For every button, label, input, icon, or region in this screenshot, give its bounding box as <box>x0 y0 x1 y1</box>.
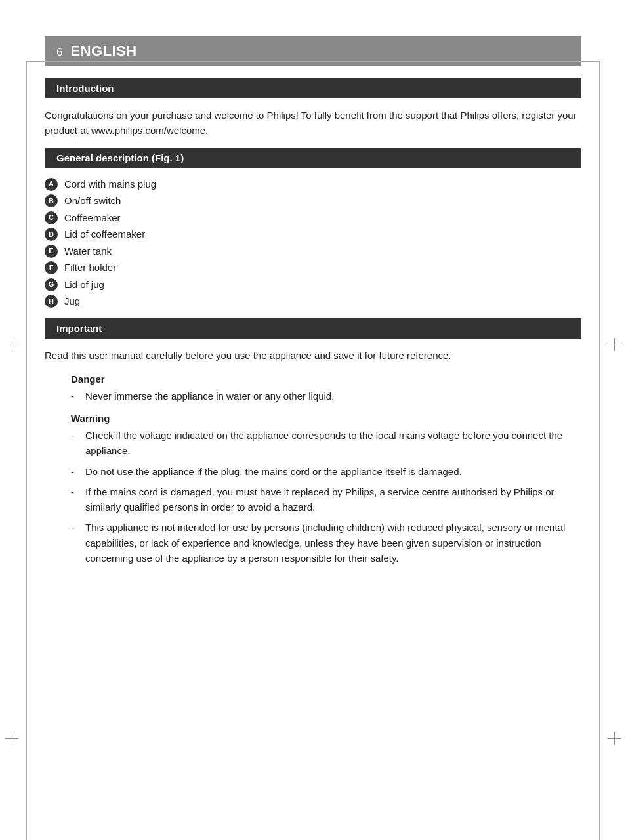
item-text: Do not use the appliance if the plug, th… <box>85 464 462 479</box>
dash: - <box>71 428 83 443</box>
list-item: -Never immerse the appliance in water or… <box>45 388 581 404</box>
item-badge: D <box>45 228 58 241</box>
item-text: On/off switch <box>64 194 121 209</box>
list-item: FFilter holder <box>45 261 581 276</box>
list-item: -Check if the voltage indicated on the a… <box>45 428 581 459</box>
item-text: Lid of coffeemaker <box>64 227 145 242</box>
list-item: ACord with mains plug <box>45 177 581 192</box>
item-text: Water tank <box>64 244 112 259</box>
dash: - <box>71 520 83 535</box>
item-text: Check if the voltage indicated on the ap… <box>85 428 581 459</box>
page: 6 ENGLISH Introduction Congratulations o… <box>0 36 626 840</box>
list-item: CCoffeemaker <box>45 211 581 226</box>
dash: - <box>71 484 83 499</box>
description-list: ACord with mains plugBOn/off switchCCoff… <box>45 177 581 309</box>
crosshair-left-top <box>5 338 18 351</box>
list-item: HJug <box>45 294 581 309</box>
item-badge: F <box>45 261 58 274</box>
important-section-bar: Important <box>45 318 581 339</box>
important-title: Important <box>56 323 102 334</box>
introduction-title: Introduction <box>56 83 114 94</box>
main-content: 6 ENGLISH Introduction Congratulations o… <box>45 36 581 566</box>
item-text: Cord with mains plug <box>64 177 156 192</box>
border-right <box>599 61 600 840</box>
list-item: -This appliance is not intended for use … <box>45 520 581 566</box>
dash: - <box>71 464 83 479</box>
item-text: Filter holder <box>64 261 116 276</box>
item-text: If the mains cord is damaged, you must h… <box>85 484 581 515</box>
list-item: BOn/off switch <box>45 194 581 209</box>
item-badge: E <box>45 245 58 258</box>
crosshair-top-center <box>306 41 320 54</box>
general-description-section-bar: General description (Fig. 1) <box>45 148 581 168</box>
item-text: Jug <box>64 294 80 309</box>
item-text: Lid of jug <box>64 278 104 293</box>
item-text: This appliance is not intended for use b… <box>85 520 581 566</box>
item-badge: A <box>45 178 58 191</box>
border-left <box>26 61 27 840</box>
item-text: Coffeemaker <box>64 211 121 226</box>
crosshair-left-bottom <box>5 732 18 745</box>
general-description-title: General description (Fig. 1) <box>56 152 184 163</box>
crosshair-right-bottom <box>608 732 621 745</box>
introduction-body: Congratulations on your purchase and wel… <box>45 108 581 138</box>
danger-list: -Never immerse the appliance in water or… <box>45 388 581 404</box>
border-top <box>26 61 600 62</box>
warning-title: Warning <box>45 413 581 424</box>
item-text: Never immerse the appliance in water or … <box>85 388 334 404</box>
item-badge: G <box>45 278 58 291</box>
item-badge: H <box>45 295 58 308</box>
danger-title: Danger <box>45 373 581 385</box>
crosshair-right-top <box>608 338 621 351</box>
language-title: ENGLISH <box>70 43 136 60</box>
important-body: Read this user manual carefully before y… <box>45 348 581 363</box>
item-badge: C <box>45 211 58 224</box>
list-item: GLid of jug <box>45 278 581 293</box>
dash: - <box>71 388 83 404</box>
page-number: 6 <box>56 46 62 59</box>
warning-list: -Check if the voltage indicated on the a… <box>45 428 581 566</box>
list-item: -If the mains cord is damaged, you must … <box>45 484 581 515</box>
introduction-section-bar: Introduction <box>45 78 581 98</box>
item-badge: B <box>45 194 58 207</box>
list-item: EWater tank <box>45 244 581 259</box>
list-item: -Do not use the appliance if the plug, t… <box>45 464 581 479</box>
list-item: DLid of coffeemaker <box>45 227 581 242</box>
